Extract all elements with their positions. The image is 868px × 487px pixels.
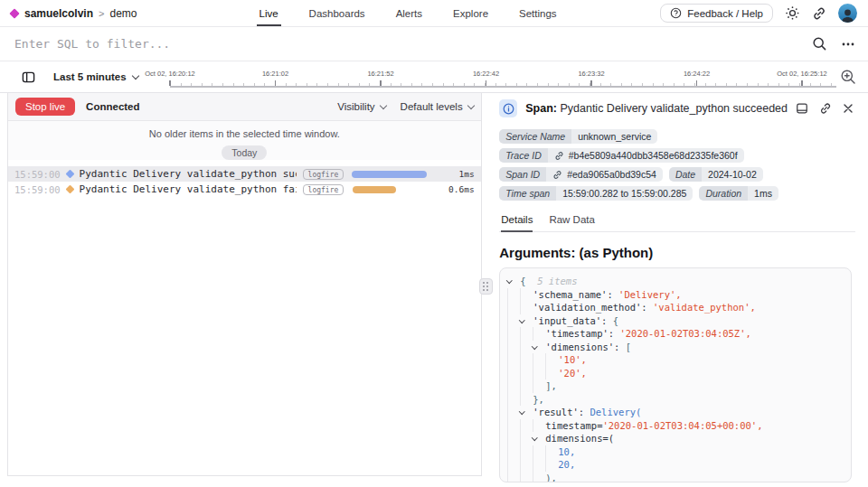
metadata-value[interactable]: #b4e5809a440dbb3458e68d2335fe360f bbox=[548, 148, 744, 163]
timeline-tick-mark bbox=[275, 80, 277, 86]
indent-guide bbox=[520, 472, 533, 483]
nav-tab-dashboards[interactable]: Dashboards bbox=[294, 0, 381, 26]
indent-guide bbox=[507, 327, 520, 341]
nav-tab-alerts[interactable]: Alerts bbox=[381, 0, 438, 26]
indent-guide bbox=[520, 367, 533, 380]
timeline-ruler[interactable]: Oct 02, 16:20:1216:21:0216:21:5216:22:42… bbox=[170, 61, 836, 92]
code-token: : bbox=[614, 341, 626, 354]
code-token: '20', bbox=[558, 367, 587, 380]
indent-guide bbox=[520, 341, 533, 354]
org-name[interactable]: samuelcolvin bbox=[24, 7, 93, 20]
search-icon[interactable] bbox=[812, 36, 827, 52]
metadata-pill: Duration1ms bbox=[699, 186, 778, 201]
connection-status: Connected bbox=[86, 101, 139, 112]
indent-guide bbox=[507, 301, 520, 314]
metadata-value[interactable]: #eda9065a0bd39c54 bbox=[546, 167, 663, 182]
code-token: '10', bbox=[558, 353, 587, 367]
duration-bar bbox=[353, 186, 396, 193]
code-line: 'input_data': { bbox=[507, 314, 844, 328]
project-name[interactable]: demo bbox=[109, 7, 137, 20]
stop-live-button[interactable]: Stop live bbox=[15, 98, 75, 116]
arguments-heading: Arguments: (as Python) bbox=[499, 245, 855, 260]
indent-guide bbox=[533, 353, 545, 367]
indent-guide bbox=[507, 406, 520, 419]
code-token: 'Delivery', bbox=[618, 288, 682, 302]
indent-guide bbox=[520, 288, 533, 302]
time-range-dropdown[interactable]: Last 5 minutes bbox=[53, 71, 138, 82]
code-line: '20', bbox=[507, 367, 844, 380]
indent-guide bbox=[520, 327, 533, 341]
span-title-text: Pydantic Delivery validate_python succee… bbox=[560, 102, 788, 115]
breadcrumb-separator: > bbox=[99, 8, 104, 19]
log-row-message: Pydantic Delivery validate_python failed bbox=[80, 183, 297, 195]
timeline-tick-mark bbox=[801, 80, 803, 86]
user-avatar[interactable] bbox=[838, 4, 857, 23]
indent-guide bbox=[545, 445, 558, 459]
nav-right: Feedback / Help bbox=[660, 4, 857, 23]
copy-link-icon[interactable] bbox=[819, 102, 832, 115]
log-row[interactable]: 15:59:00Pydantic Delivery validate_pytho… bbox=[8, 166, 481, 182]
default-levels-label: Default levels bbox=[401, 101, 463, 112]
collapse-caret-icon[interactable] bbox=[533, 432, 545, 445]
breadcrumb[interactable]: samuelcolvin > demo bbox=[11, 7, 137, 20]
sql-filter-bar bbox=[0, 27, 868, 61]
duration-bar bbox=[352, 171, 427, 178]
code-line: dimensions=( bbox=[507, 432, 844, 445]
collapse-caret-icon[interactable] bbox=[520, 406, 533, 419]
metadata-pill: Time span15:59:00.282 to 15:59:00.285 bbox=[499, 186, 693, 201]
visibility-dropdown[interactable]: Visibility bbox=[337, 101, 385, 112]
indent-guide bbox=[545, 458, 558, 472]
code-line: '10', bbox=[507, 353, 844, 367]
nav-tab-live[interactable]: Live bbox=[244, 0, 294, 26]
indent-guide bbox=[533, 458, 545, 472]
span-kind-diamond-icon bbox=[65, 185, 74, 194]
code-token: : bbox=[609, 327, 620, 341]
indent-guide bbox=[520, 353, 533, 367]
arguments-code-block[interactable]: { 5 items'schema_name': 'Delivery','vali… bbox=[499, 267, 852, 482]
metadata-pill: Span ID#eda9065a0bd39c54 bbox=[499, 167, 663, 182]
more-options-icon[interactable] bbox=[841, 37, 855, 52]
close-icon[interactable] bbox=[843, 103, 854, 114]
tab-details[interactable]: Details bbox=[501, 214, 533, 232]
code-token: ], bbox=[545, 379, 557, 393]
code-token: : bbox=[607, 288, 618, 302]
zoom-in-icon[interactable] bbox=[840, 69, 856, 85]
live-view-panel: Stop live Connected Visibility Default l… bbox=[7, 93, 482, 476]
code-token: : bbox=[579, 406, 590, 419]
default-levels-dropdown[interactable]: Default levels bbox=[401, 101, 474, 112]
collapse-caret-icon[interactable] bbox=[507, 275, 520, 288]
metadata-pill: Date2024-10-02 bbox=[669, 167, 763, 182]
dock-panel-icon[interactable] bbox=[796, 102, 808, 115]
live-view-header: Stop live Connected Visibility Default l… bbox=[8, 93, 481, 121]
chevron-down-icon bbox=[379, 101, 386, 108]
share-link-icon[interactable] bbox=[812, 6, 826, 21]
collapse-caret-icon[interactable] bbox=[520, 314, 533, 328]
code-token: ), bbox=[545, 472, 557, 483]
log-row-timestamp: 15:59:00 bbox=[14, 184, 61, 195]
feedback-help-button[interactable]: Feedback / Help bbox=[660, 4, 773, 23]
nav-tab-settings[interactable]: Settings bbox=[504, 0, 572, 26]
tab-raw-data[interactable]: Raw Data bbox=[549, 214, 595, 231]
indent-guide bbox=[507, 353, 520, 367]
day-badge: Today bbox=[222, 145, 267, 160]
indent-guide bbox=[507, 393, 520, 407]
visibility-label: Visibility bbox=[337, 101, 374, 112]
nav-tab-explore[interactable]: Explore bbox=[438, 0, 504, 26]
metadata-label: Date bbox=[669, 167, 702, 182]
theme-toggle-icon[interactable] bbox=[785, 5, 800, 21]
sql-filter-input[interactable] bbox=[14, 37, 812, 51]
log-row-message: Pydantic Delivery validate_python succee… bbox=[80, 168, 297, 180]
metadata-label: Trace ID bbox=[499, 148, 547, 163]
metadata-label: Service Name bbox=[499, 129, 571, 144]
collapse-panel-icon[interactable] bbox=[22, 70, 35, 84]
feedback-help-label: Feedback / Help bbox=[687, 8, 763, 19]
collapse-caret-icon[interactable] bbox=[533, 341, 545, 354]
code-token: 10, bbox=[558, 445, 575, 459]
indent-guide bbox=[507, 288, 520, 302]
log-row[interactable]: 15:59:00Pydantic Delivery validate_pytho… bbox=[8, 182, 481, 197]
code-token: : bbox=[601, 314, 613, 328]
span-title: Span: Pydantic Delivery validate_python … bbox=[525, 102, 788, 115]
timeline-tick-label: Oct 02, 16:20:12 bbox=[145, 70, 194, 78]
code-line: timestamp='2020-01-02T03:04:05+00:00', bbox=[507, 419, 844, 433]
code-token: '2020-01-02T03:04:05Z', bbox=[619, 327, 750, 341]
